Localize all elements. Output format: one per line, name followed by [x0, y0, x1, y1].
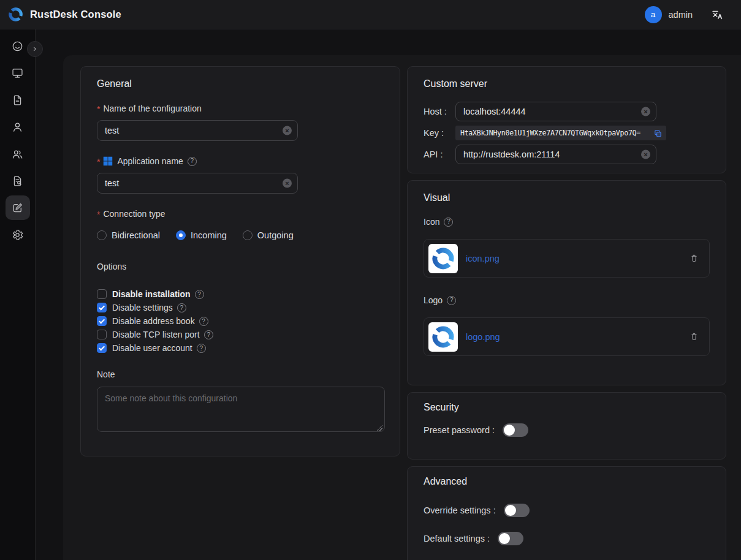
- key-value-box: HtaXBkJNHyn0e1U1jWXze7A7CN7QTGWqxkOtpaVp…: [455, 126, 666, 140]
- sidebar-item-documents[interactable]: [6, 88, 30, 112]
- windows-logo-icon: [103, 156, 113, 166]
- connection-type-group: Bidirectional Incoming Outgoing: [97, 228, 384, 243]
- api-label: API :: [424, 149, 455, 159]
- sidebar-item-settings[interactable]: [6, 222, 30, 247]
- option-disable-address-book[interactable]: Disable address book ?: [97, 314, 384, 328]
- visual-card: Visual Icon ? icon.png: [407, 180, 726, 385]
- connection-type-option[interactable]: Outgoing: [243, 230, 294, 240]
- checkbox-icon: [97, 330, 107, 339]
- icon-label: Icon ?: [424, 216, 710, 228]
- clear-input-icon[interactable]: ×: [641, 107, 650, 116]
- clear-input-icon[interactable]: ×: [283, 126, 292, 135]
- visual-title: Visual: [424, 192, 710, 204]
- help-icon[interactable]: ?: [197, 344, 206, 353]
- option-disable-user-account[interactable]: Disable user account ?: [97, 341, 384, 355]
- user-icon: [11, 121, 24, 134]
- sidebar: [0, 29, 36, 560]
- required-asterisk: *: [97, 208, 100, 221]
- username[interactable]: admin: [669, 10, 693, 20]
- override-settings-label: Override settings :: [424, 505, 496, 515]
- connection-type-option[interactable]: Bidirectional: [97, 230, 160, 240]
- security-card: Security Preset password :: [407, 392, 726, 460]
- logo-thumbnail: [428, 322, 458, 352]
- sidebar-expand-button[interactable]: [27, 41, 43, 57]
- sidebar-item-users[interactable]: [6, 115, 30, 139]
- icon-file-row: icon.png: [424, 239, 710, 278]
- trash-icon[interactable]: [689, 331, 699, 342]
- radio-icon: [97, 230, 107, 240]
- icon-thumbnail: [428, 244, 458, 273]
- app-title: RustDesk Console: [30, 9, 121, 20]
- default-settings-label: Default settings :: [424, 534, 490, 543]
- sidebar-item-custom-client[interactable]: [6, 195, 30, 220]
- help-icon[interactable]: ?: [177, 303, 186, 312]
- trash-icon[interactable]: [689, 253, 699, 263]
- override-settings-toggle[interactable]: [504, 504, 530, 517]
- checkbox-icon: [97, 343, 107, 353]
- config-name-input[interactable]: [97, 120, 298, 141]
- help-icon[interactable]: ?: [188, 157, 197, 166]
- radio-icon: [243, 230, 253, 240]
- help-icon[interactable]: ?: [195, 290, 204, 299]
- radio-icon: [176, 230, 186, 240]
- help-icon[interactable]: ?: [199, 317, 208, 326]
- security-title: Security: [424, 401, 710, 414]
- api-input[interactable]: [455, 145, 656, 164]
- checkbox-icon: [97, 289, 107, 299]
- general-title: General: [97, 78, 384, 90]
- document-search-icon: [11, 175, 24, 187]
- checkbox-icon: [97, 316, 107, 326]
- logo-label: Logo ?: [424, 294, 710, 306]
- main-area: General * Name of the configuration × *: [36, 29, 741, 560]
- option-disable-tcp-listen-port[interactable]: Disable TCP listen port ?: [97, 328, 384, 341]
- key-value: HtaXBkJNHyn0e1U1jWXze7A7CN7QTGWqxkOtpaVp…: [460, 129, 650, 137]
- help-icon[interactable]: ?: [204, 330, 213, 339]
- options-list: Disable installation ? Disable settings …: [97, 287, 384, 355]
- preset-password-toggle[interactable]: [503, 423, 528, 437]
- brand: RustDesk Console: [7, 6, 121, 23]
- connection-type-option[interactable]: Incoming: [176, 230, 227, 240]
- gear-icon: [11, 229, 24, 241]
- clear-input-icon[interactable]: ×: [283, 179, 292, 188]
- option-disable-installation[interactable]: Disable installation ?: [97, 287, 384, 301]
- custom-server-card: Custom server Host : × Key :: [407, 66, 726, 173]
- sidebar-item-devices[interactable]: [6, 61, 30, 85]
- advanced-title: Advanced: [424, 475, 710, 488]
- translate-icon[interactable]: [711, 8, 724, 21]
- sidebar-item-overview[interactable]: [6, 34, 30, 58]
- monitor-icon: [11, 67, 24, 80]
- rustdesk-logo-icon: [7, 6, 24, 23]
- preset-password-label: Preset password :: [424, 425, 495, 435]
- checkbox-icon: [97, 303, 107, 312]
- logo-file-row: logo.png: [424, 317, 710, 356]
- connection-type-label: * Connection type: [97, 208, 384, 220]
- note-textarea[interactable]: [97, 387, 385, 432]
- logo-file-link[interactable]: logo.png: [466, 332, 500, 342]
- help-icon[interactable]: ?: [444, 218, 453, 227]
- user-group-icon: [11, 148, 24, 161]
- sidebar-item-audit[interactable]: [6, 168, 30, 193]
- smiley-face-icon: [11, 40, 24, 53]
- required-asterisk: *: [97, 156, 100, 168]
- edit-square-icon: [11, 202, 24, 214]
- option-disable-settings[interactable]: Disable settings ?: [97, 301, 384, 314]
- options-label: Options: [97, 260, 384, 273]
- required-asterisk: *: [97, 103, 100, 115]
- copy-icon[interactable]: [653, 129, 663, 138]
- avatar[interactable]: a: [645, 6, 662, 23]
- clear-input-icon[interactable]: ×: [641, 150, 650, 159]
- sidebar-item-groups[interactable]: [6, 142, 30, 166]
- content-panel: General * Name of the configuration × *: [63, 55, 741, 560]
- default-settings-toggle[interactable]: [498, 532, 523, 545]
- config-name-label: * Name of the configuration: [97, 102, 384, 115]
- key-label: Key :: [424, 128, 455, 138]
- host-label: Host :: [424, 107, 455, 116]
- application-name-input[interactable]: [97, 173, 298, 194]
- icon-file-link[interactable]: icon.png: [466, 254, 500, 263]
- host-input[interactable]: [455, 102, 656, 121]
- document-icon: [11, 94, 24, 107]
- general-card: General * Name of the configuration × *: [80, 66, 400, 456]
- application-name-label: * Application name ?: [97, 155, 384, 167]
- note-label: Note: [97, 368, 384, 380]
- help-icon[interactable]: ?: [447, 296, 456, 305]
